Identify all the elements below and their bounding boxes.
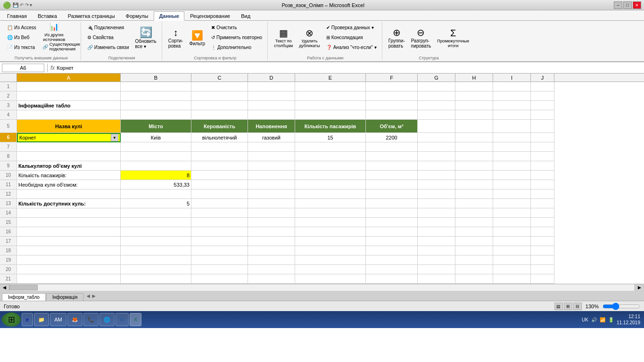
cell-D8[interactable] (248, 152, 295, 161)
cell-J8[interactable] (531, 152, 554, 161)
taskbar-am[interactable]: AM (50, 313, 66, 326)
tab-dannye[interactable]: Данные (154, 11, 184, 21)
scroll-thumb[interactable] (9, 285, 38, 290)
cell-A13[interactable]: Кількість доступних куль: (17, 199, 121, 208)
cell-C9[interactable] (191, 161, 248, 171)
minimize-btn[interactable]: – (614, 1, 622, 9)
cell-F6[interactable]: 2200 (366, 133, 418, 142)
taskbar-excel[interactable]: X (130, 313, 141, 326)
cell-F2[interactable] (366, 91, 418, 101)
sheet-nav-btn[interactable]: ◄► (85, 293, 97, 299)
cell-A10[interactable]: Кількість пасажирів: (17, 171, 121, 180)
cell-E6[interactable]: 15 (295, 133, 366, 142)
cell-I3[interactable] (493, 101, 531, 110)
col-header-A[interactable]: A (17, 74, 121, 82)
taskbar-ie[interactable]: e (22, 313, 33, 326)
btn-advanced[interactable]: ⋮ Дополнительно (209, 42, 264, 52)
cell-E10[interactable] (295, 171, 366, 180)
btn-ungroup[interactable]: ⊖ Разгруп-пировать (409, 23, 433, 53)
cell-C5[interactable]: Керованість (191, 120, 248, 133)
cell-B10[interactable]: 8 (121, 171, 191, 180)
cell-F8[interactable] (366, 152, 418, 161)
cell-B13[interactable]: 5 (121, 199, 191, 208)
cell-F4[interactable] (366, 110, 418, 120)
cell-H12[interactable] (455, 189, 493, 199)
cell-A1[interactable] (17, 82, 121, 91)
cell-A6[interactable]: Корнет ▼ (17, 133, 121, 142)
cell-B9[interactable] (121, 161, 191, 171)
cell-I1[interactable] (493, 82, 531, 91)
cell-A3[interactable]: Інформаційне табло (17, 101, 121, 110)
cell-E12[interactable] (295, 189, 366, 199)
close-btn[interactable]: ✕ (633, 1, 641, 9)
btn-filter[interactable]: 🔽 Фильтр (187, 23, 207, 53)
tab-informaciya[interactable]: Інформація (46, 293, 83, 301)
page-break-btn[interactable]: ⊟ (573, 303, 582, 310)
cell-J12[interactable] (531, 189, 554, 199)
btn-properties[interactable]: ⚙ Свойства (85, 33, 132, 42)
cell-I6[interactable] (493, 133, 531, 142)
cell-H4[interactable] (455, 110, 493, 120)
cell-E3[interactable] (295, 101, 366, 110)
cell-A12[interactable] (17, 189, 121, 199)
col-header-J[interactable]: J (531, 74, 554, 82)
cell-H2[interactable] (455, 91, 493, 101)
cell-J13[interactable] (531, 199, 554, 208)
cell-E11[interactable] (295, 180, 366, 189)
cell-G11[interactable] (418, 180, 455, 189)
cell-F11[interactable] (366, 180, 418, 189)
btn-group[interactable]: ⊕ Группи-ровать (386, 23, 407, 53)
cell-F10[interactable] (366, 171, 418, 180)
cell-H1[interactable] (455, 82, 493, 91)
cell-J4[interactable] (531, 110, 554, 120)
cell-D9[interactable] (248, 161, 295, 171)
taskbar-chrome[interactable]: 🌐 (99, 313, 115, 326)
cell-D1[interactable] (248, 82, 295, 91)
cell-E13[interactable] (295, 199, 366, 208)
btn-connections[interactable]: 🔌 Подключения (85, 23, 132, 32)
cell-I5[interactable] (493, 120, 531, 133)
cell-H9[interactable] (455, 161, 493, 171)
name-box[interactable] (2, 64, 44, 72)
cell-A14[interactable] (17, 208, 121, 218)
btn-sort[interactable]: ↕ Сорти-ровка (166, 23, 186, 53)
cell-J5[interactable] (531, 120, 554, 133)
col-header-H[interactable]: H (455, 74, 493, 82)
cell-J1[interactable] (531, 82, 554, 91)
horizontal-scrollbar[interactable]: ◄ ► (0, 284, 644, 290)
btn-remove-dupes[interactable]: ⊗ Удалитьдубликаты (297, 23, 322, 53)
cell-D2[interactable] (248, 91, 295, 101)
cell-H13[interactable] (455, 199, 493, 208)
cell-H3[interactable] (455, 101, 493, 110)
start-button[interactable]: ⊞ (2, 313, 21, 327)
taskbar-word[interactable]: W (116, 313, 129, 326)
btn-subtotals[interactable]: Σ Промежуточныеитоги (435, 23, 471, 53)
cell-G1[interactable] (418, 82, 455, 91)
cell-A11[interactable]: Необхідна куля об'ємом: (17, 180, 121, 189)
col-header-E[interactable]: E (295, 74, 366, 82)
cell-I7[interactable] (493, 142, 531, 152)
cell-G5[interactable] (418, 120, 455, 133)
cell-G12[interactable] (418, 189, 455, 199)
cell-I9[interactable] (493, 161, 531, 171)
cell-F3[interactable] (366, 101, 418, 110)
btn-edit-links[interactable]: 🔗 Изменить связи (85, 42, 132, 52)
cell-E9[interactable] (295, 161, 366, 171)
tab-vid[interactable]: Вид (236, 11, 256, 20)
cell-B1[interactable] (121, 82, 191, 91)
zoom-slider[interactable] (603, 303, 640, 310)
btn-from-access[interactable]: 📋 Из Access (5, 23, 39, 32)
cell-I10[interactable] (493, 171, 531, 180)
cell-B8[interactable] (121, 152, 191, 161)
cell-C10[interactable] (191, 171, 248, 180)
col-header-B[interactable]: B (121, 74, 191, 82)
btn-other-sources[interactable]: 📊 Из другихисточников (40, 23, 68, 41)
cell-A9[interactable]: Калькулятор об'єму кулі (17, 161, 121, 171)
cell-F7[interactable] (366, 142, 418, 152)
cell-A5[interactable]: Назва кулі (17, 120, 121, 133)
cell-J7[interactable] (531, 142, 554, 152)
cell-C3[interactable] (191, 101, 248, 110)
cell-C4[interactable] (191, 110, 248, 120)
cell-A4[interactable] (17, 110, 121, 120)
cell-F1[interactable] (366, 82, 418, 91)
